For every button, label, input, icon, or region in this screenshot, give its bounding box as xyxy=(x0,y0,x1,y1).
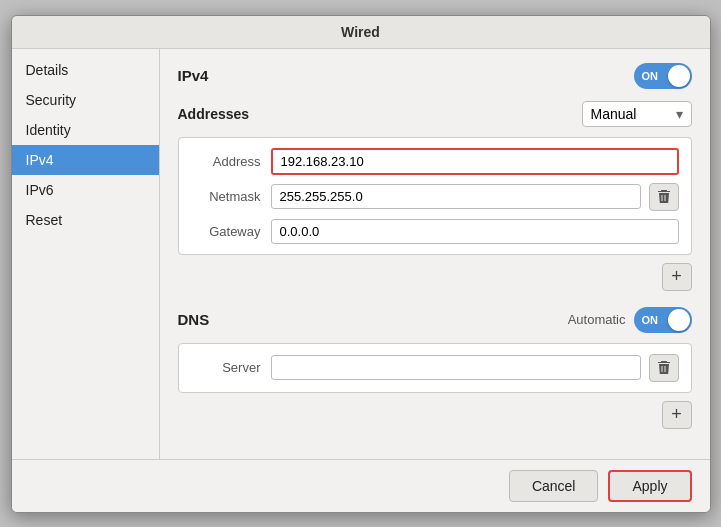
main-content: IPv4 ON Addresses Manual ▾ Address xyxy=(160,49,710,459)
ipv4-section-header: IPv4 ON xyxy=(178,63,692,89)
server-label: Server xyxy=(191,360,261,375)
trash-icon xyxy=(656,189,672,205)
sidebar-item-label: Details xyxy=(26,62,69,78)
address-label: Address xyxy=(191,154,261,169)
dns-right: Automatic ON xyxy=(568,307,692,333)
delete-server-button[interactable] xyxy=(649,354,679,382)
dns-header: DNS Automatic ON xyxy=(178,307,692,333)
sidebar: Details Security Identity IPv4 IPv6 Rese… xyxy=(12,49,160,459)
add-dns-row: + xyxy=(178,397,692,433)
addresses-label: Addresses xyxy=(178,106,250,122)
addresses-dropdown[interactable]: Manual ▾ xyxy=(582,101,692,127)
sidebar-item-ipv4[interactable]: IPv4 xyxy=(12,145,159,175)
toggle-knob xyxy=(668,65,690,87)
gateway-row: Gateway xyxy=(191,219,679,244)
delete-address-button[interactable] xyxy=(649,183,679,211)
dropdown-value: Manual xyxy=(591,106,637,122)
sidebar-item-security[interactable]: Security xyxy=(12,85,159,115)
chevron-down-icon: ▾ xyxy=(676,106,683,122)
ipv4-toggle[interactable]: ON xyxy=(634,63,692,89)
dns-toggle-label: ON xyxy=(636,314,668,326)
netmask-label: Netmask xyxy=(191,189,261,204)
dns-toggle-knob xyxy=(668,309,690,331)
sidebar-item-details[interactable]: Details xyxy=(12,55,159,85)
dns-toggle[interactable]: ON xyxy=(634,307,692,333)
dns-form: Server xyxy=(178,343,692,393)
apply-button[interactable]: Apply xyxy=(608,470,691,502)
cancel-button[interactable]: Cancel xyxy=(509,470,599,502)
netmask-input[interactable] xyxy=(271,184,641,209)
gateway-label: Gateway xyxy=(191,224,261,239)
dialog-footer: Cancel Apply xyxy=(12,459,710,512)
server-row: Server xyxy=(191,354,679,382)
add-address-row: + xyxy=(178,259,692,295)
wired-dialog: Wired Details Security Identity IPv4 IPv… xyxy=(11,15,711,513)
server-input[interactable] xyxy=(271,355,641,380)
sidebar-item-ipv6[interactable]: IPv6 xyxy=(12,175,159,205)
dialog-title: Wired xyxy=(12,16,710,49)
ipv4-title: IPv4 xyxy=(178,67,209,84)
dialog-body: Details Security Identity IPv4 IPv6 Rese… xyxy=(12,49,710,459)
trash-icon xyxy=(656,360,672,376)
netmask-row: Netmask xyxy=(191,183,679,211)
address-row: Address xyxy=(191,148,679,175)
add-dns-button[interactable]: + xyxy=(662,401,692,429)
sidebar-item-label: Security xyxy=(26,92,77,108)
add-address-button[interactable]: + xyxy=(662,263,692,291)
addresses-row: Addresses Manual ▾ xyxy=(178,101,692,127)
sidebar-item-label: Reset xyxy=(26,212,63,228)
sidebar-item-label: Identity xyxy=(26,122,71,138)
sidebar-item-identity[interactable]: Identity xyxy=(12,115,159,145)
sidebar-item-label: IPv6 xyxy=(26,182,54,198)
sidebar-item-reset[interactable]: Reset xyxy=(12,205,159,235)
dns-section: DNS Automatic ON Server xyxy=(178,307,692,433)
gateway-input[interactable] xyxy=(271,219,679,244)
address-form: Address Netmask Gateway xyxy=(178,137,692,255)
sidebar-item-label: IPv4 xyxy=(26,152,54,168)
automatic-label: Automatic xyxy=(568,312,626,327)
toggle-on-label: ON xyxy=(636,70,668,82)
dns-title: DNS xyxy=(178,311,210,328)
address-input[interactable] xyxy=(271,148,679,175)
